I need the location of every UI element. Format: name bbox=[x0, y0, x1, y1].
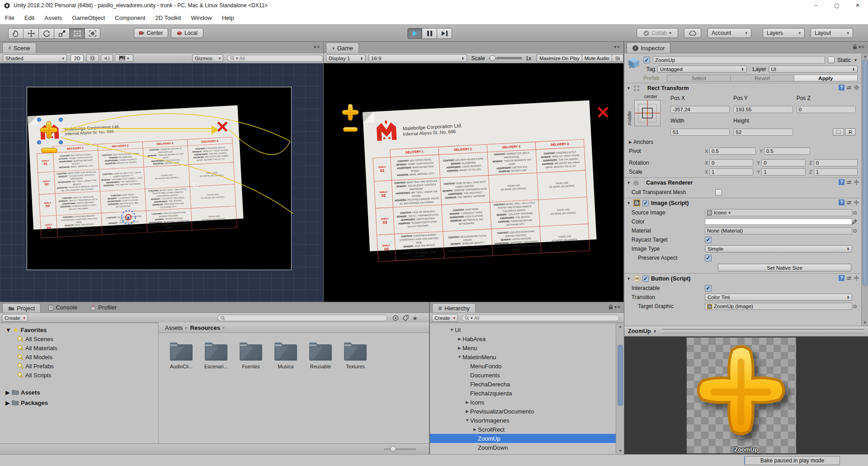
layers-dropdown[interactable]: Layers▾ bbox=[763, 28, 805, 38]
rect-handle-top-right[interactable] bbox=[59, 118, 63, 122]
button-script-header[interactable]: ▼ OK Button (Script) ? bbox=[624, 274, 861, 283]
help-icon[interactable]: ? bbox=[839, 200, 844, 205]
object-picker-icon[interactable]: ⊙ bbox=[852, 304, 858, 309]
maximize-button[interactable]: ▢ bbox=[826, 0, 847, 11]
2d-toggle-button[interactable]: 2D bbox=[71, 54, 84, 62]
hierarchy-scrollbar[interactable]: ▲ ▼ bbox=[616, 323, 624, 454]
hierarchy-item-scrollrect[interactable]: ▶ScrollRect bbox=[430, 425, 616, 434]
aspect-ratio-dropdown[interactable]: 16:9▲▼ bbox=[368, 54, 467, 62]
static-checkbox[interactable] bbox=[828, 57, 835, 63]
scale-tool-button[interactable] bbox=[54, 28, 70, 39]
inspector-tab-menu-icon[interactable]: ▾≡ bbox=[859, 44, 865, 49]
hierarchy-item-zoomdown[interactable]: ZoomDown bbox=[430, 443, 616, 452]
scene-search-input[interactable]: ▾All bbox=[227, 55, 323, 62]
material-field[interactable]: None (Material) bbox=[705, 227, 852, 234]
hierarchy-item-flechaizquierda[interactable]: FlechaIzquierda bbox=[430, 389, 616, 398]
scene-close-x-sprite[interactable] bbox=[217, 121, 228, 133]
gear-icon[interactable] bbox=[854, 275, 859, 281]
tag-dropdown[interactable]: Untagged▲▼ bbox=[657, 66, 747, 73]
asset-folder-reusable[interactable]: Reusable bbox=[304, 341, 337, 369]
interactable-checkbox[interactable] bbox=[705, 285, 712, 292]
rotation-local-button[interactable]: Local bbox=[171, 28, 203, 38]
menu-item-assets[interactable]: Assets bbox=[39, 11, 67, 24]
hierarchy-item-documents[interactable]: Documents bbox=[430, 371, 616, 380]
asset-folder-textures[interactable]: Textures bbox=[339, 341, 372, 369]
help-icon[interactable]: ? bbox=[839, 85, 844, 90]
blueprint-mode-button[interactable] bbox=[833, 128, 844, 136]
favorite-all-scripts[interactable]: All Scripts bbox=[0, 371, 52, 380]
stats-toggle[interactable]: St bbox=[612, 54, 623, 62]
menu-item-help[interactable]: Help bbox=[217, 11, 239, 24]
scene-lighting-toggle[interactable] bbox=[86, 54, 99, 62]
foldout-arrow[interactable]: ▼ bbox=[464, 418, 470, 423]
scale-x-field[interactable]: 1 bbox=[709, 168, 753, 176]
set-native-size-button[interactable]: Set Native Size bbox=[718, 264, 851, 271]
account-dropdown[interactable]: Account▾ bbox=[708, 28, 751, 38]
foldout-arrow[interactable]: ▶ bbox=[464, 400, 470, 404]
preserve-aspect-checkbox[interactable] bbox=[705, 255, 712, 262]
foldout-arrow[interactable]: ▶ bbox=[457, 346, 462, 350]
menu-item-component[interactable]: Component bbox=[110, 11, 150, 24]
rect-handle-top-left[interactable] bbox=[37, 118, 41, 122]
active-checkbox[interactable] bbox=[643, 57, 650, 63]
favorite-all-prefabs[interactable]: All Prefabs bbox=[0, 361, 54, 371]
foldout-arrow[interactable]: ▼ bbox=[5, 327, 11, 333]
hierarchy-item-visorimagenes[interactable]: ▼VisorImagenes bbox=[430, 416, 616, 425]
project-root-packages[interactable]: ▶Packages bbox=[0, 398, 48, 407]
hierarchy-lock-icon[interactable] bbox=[609, 304, 613, 309]
gear-icon[interactable] bbox=[854, 179, 859, 185]
tab-project[interactable]: Project bbox=[2, 303, 41, 313]
project-search-input[interactable] bbox=[217, 314, 387, 321]
height-field[interactable]: 52 bbox=[733, 128, 793, 136]
pos-x-field[interactable]: -357.24 bbox=[670, 106, 730, 113]
presets-icon[interactable] bbox=[846, 85, 852, 90]
foldout-arrow[interactable]: ▶ bbox=[5, 389, 10, 396]
cull-transparent-mesh-checkbox[interactable] bbox=[715, 189, 722, 196]
rotate-tool-button[interactable] bbox=[39, 28, 54, 39]
rotation-y-field[interactable]: 0 bbox=[761, 159, 805, 166]
foldout-arrow[interactable]: ▼ bbox=[449, 328, 455, 332]
favorite-all-models[interactable]: All Models bbox=[0, 352, 52, 361]
image-script-header[interactable]: ▼ Image (Script) ? bbox=[624, 198, 861, 208]
source-image-field[interactable]: Icono + bbox=[705, 209, 852, 216]
thumbnail-slider-knob[interactable] bbox=[390, 446, 396, 452]
scale-z-field[interactable]: 1 bbox=[814, 168, 858, 176]
anchors-foldout-arrow[interactable]: ▶ bbox=[629, 140, 633, 144]
scene-effects-dropdown[interactable]: ▾ bbox=[115, 54, 133, 62]
canvas-renderer-header[interactable]: ▼ ◎ Canvas Renderer ? bbox=[624, 178, 861, 187]
hierarchy-tab-menu-icon[interactable]: ▾≡ bbox=[614, 304, 621, 309]
scene-center-gizmo-icon[interactable] bbox=[123, 167, 141, 183]
preview-header[interactable]: ZoomUp ▲▼ bbox=[624, 326, 868, 337]
anchor-preset-widget[interactable]: center middle bbox=[629, 94, 670, 137]
hierarchy-item-zoomup[interactable]: ZoomUp bbox=[430, 434, 616, 443]
pivot-y-field[interactable]: 0.5 bbox=[764, 147, 811, 155]
pivot-center-button[interactable]: Center bbox=[134, 28, 168, 38]
game-viewport[interactable]: Malebolge Corporation Ltd.Infernal Abyss… bbox=[324, 63, 623, 302]
display-dropdown[interactable]: Display 1▲▼ bbox=[326, 54, 366, 62]
breadcrumb-resources[interactable]: Resources bbox=[190, 324, 220, 331]
maximize-on-play-toggle[interactable]: Maximize On Play bbox=[537, 54, 582, 62]
gameobject-name-field[interactable]: ZoomUp bbox=[653, 56, 825, 64]
play-button[interactable] bbox=[407, 28, 422, 39]
layout-dropdown[interactable]: Layout▾ bbox=[811, 28, 853, 38]
inspector-lock-icon[interactable] bbox=[853, 44, 857, 49]
scene-audio-toggle[interactable] bbox=[101, 54, 113, 62]
asset-folder-fuentes[interactable]: Fuentes bbox=[235, 341, 267, 369]
scale-slider-knob[interactable] bbox=[490, 55, 495, 61]
scene-audio-gizmo-icon[interactable] bbox=[190, 180, 200, 189]
rect-tool-button[interactable] bbox=[70, 28, 85, 39]
mute-audio-toggle[interactable]: Mute Audio bbox=[582, 54, 612, 62]
raw-edit-mode-button[interactable]: R bbox=[845, 128, 856, 136]
menu-item-2d-toolkit[interactable]: 2D Toolkit bbox=[151, 11, 186, 24]
transform-tool-button[interactable] bbox=[85, 28, 100, 39]
favorites-star-icon[interactable]: ★ bbox=[412, 315, 418, 322]
project-root-assets[interactable]: ▶Assets bbox=[0, 388, 40, 397]
game-zoomdown-button[interactable] bbox=[343, 127, 358, 132]
favorite-all-materials[interactable]: All Materials bbox=[0, 343, 57, 352]
presets-icon[interactable] bbox=[846, 276, 852, 281]
hierarchy-item-flechaderecha[interactable]: FlechaDerecha bbox=[430, 380, 616, 389]
gear-icon[interactable] bbox=[854, 85, 859, 90]
scale-y-field[interactable]: 1 bbox=[761, 168, 805, 176]
hierarchy-item-icons[interactable]: ▶Icons bbox=[430, 398, 616, 407]
menu-item-file[interactable]: File bbox=[0, 11, 19, 24]
